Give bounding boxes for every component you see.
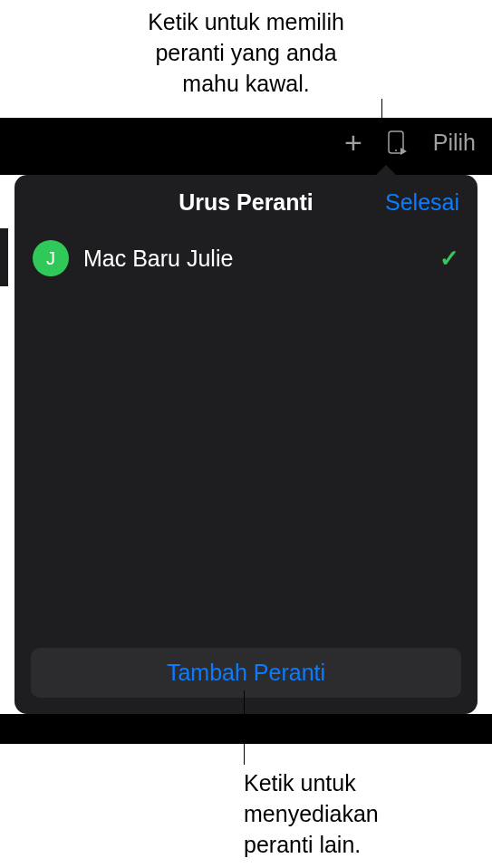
device-name: Mac Baru Julie [83,246,425,272]
add-icon[interactable]: + [344,125,362,160]
callout-leader-line-bottom [244,690,245,765]
background-strip-bottom [0,714,492,744]
done-button[interactable]: Selesai [385,189,459,216]
toolbar: + Pilih [0,118,492,168]
callout-text-line: peranti lain. [244,830,379,861]
avatar: J [33,240,69,276]
callout-text-line: Ketik untuk memilih [0,7,492,38]
toolbar-background-strip [0,168,492,175]
callout-top: Ketik untuk memilih peranti yang anda ma… [0,7,492,99]
callout-text-line: mahu kawal. [0,69,492,100]
manage-devices-popover: Urus Peranti Selesai J Mac Baru Julie ✓ … [14,175,478,714]
callout-text-line: peranti yang anda [0,38,492,69]
callout-text-line: menyediakan [244,799,379,830]
popover-header: Urus Peranti Selesai [14,175,478,229]
popover-title: Urus Peranti [178,189,314,216]
callout-bottom: Ketik untuk menyediakan peranti lain. [244,768,379,860]
device-row[interactable]: J Mac Baru Julie ✓ [14,229,478,287]
sidebar-sliver [0,228,8,286]
add-device-button[interactable]: Tambah Peranti [31,648,461,698]
svg-point-1 [395,149,397,151]
device-control-icon[interactable] [388,130,408,157]
checkmark-icon: ✓ [439,245,459,273]
callout-text-line: Ketik untuk [244,768,379,799]
select-button[interactable]: Pilih [433,130,476,156]
